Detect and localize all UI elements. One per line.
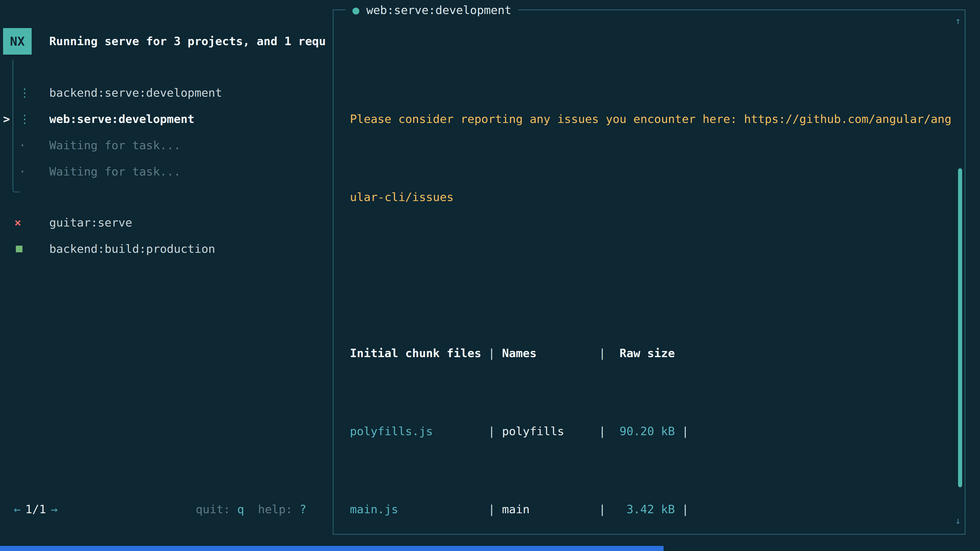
keyboard-hints: quit: qhelp: ?	[196, 496, 306, 522]
table-separator: |	[488, 424, 495, 438]
table-separator: |	[599, 424, 606, 438]
table-separator: |	[599, 346, 606, 360]
task-label: Waiting for task...	[49, 138, 181, 152]
table-header-row: Initial chunk files|Names|Raw size	[350, 340, 955, 366]
table-separator: |	[488, 503, 495, 516]
help-hint-label: help:	[258, 503, 300, 516]
table-row: main.js|main|3.42 kB|	[350, 496, 955, 522]
table-separator: |	[682, 503, 689, 516]
chunk-size: 90.20 kB	[612, 418, 675, 445]
pager-prev-icon[interactable]: ←	[14, 503, 21, 516]
stopped-task-list: ×guitar:serve backend:build:production	[0, 210, 333, 262]
task-row-web-serve[interactable]: >⋮web:serve:development	[0, 106, 333, 132]
panel-title: ●web:serve:development	[346, 0, 518, 23]
quit-hint-label: quit:	[196, 503, 237, 516]
task-row-waiting-1[interactable]: ·Waiting for task...	[0, 132, 333, 159]
task-label: backend:serve:development	[49, 86, 222, 100]
task-row-waiting-2[interactable]: ·Waiting for task...	[0, 159, 333, 185]
pager: ←1/1→	[14, 496, 57, 522]
task-sidebar: NX Running serve for 3 projects, and 1 r…	[0, 0, 333, 551]
scroll-up-icon[interactable]: ↑	[953, 16, 963, 26]
table-separator: |	[488, 346, 495, 360]
chunk-size: 3.42 kB	[612, 496, 675, 522]
bottom-taskbar-strip	[0, 546, 663, 551]
terminal-output: Please consider reporting any issues you…	[350, 54, 955, 551]
nx-logo: NX	[3, 28, 32, 55]
spinner-icon: ⋮	[19, 106, 30, 132]
task-row-guitar-serve[interactable]: ×guitar:serve	[0, 210, 333, 236]
task-row-backend-serve[interactable]: ⋮backend:serve:development	[0, 79, 333, 106]
task-label: Waiting for task...	[49, 165, 181, 178]
success-square-icon	[16, 246, 22, 252]
pager-next-icon[interactable]: →	[51, 503, 57, 516]
spinner-icon: ⋮	[19, 79, 30, 106]
col-header-size: Raw size	[612, 340, 675, 366]
scroll-down-icon[interactable]: ↓	[953, 516, 963, 526]
running-task-list: ⋮backend:serve:development >⋮web:serve:d…	[0, 79, 333, 185]
scrollbar-thumb[interactable]	[958, 168, 962, 487]
panel-title-text: web:serve:development	[366, 3, 511, 17]
pager-page-indicator: 1/1	[25, 503, 46, 516]
chunk-name: main	[502, 496, 599, 522]
table-separator: |	[682, 424, 689, 438]
col-header-names: Names	[502, 340, 599, 366]
help-hint-key: ?	[299, 503, 306, 516]
chunk-name: polyfills	[502, 418, 599, 445]
warning-line: ular-cli/issues	[350, 184, 955, 210]
running-status-dot-icon: ●	[352, 3, 360, 17]
task-label: guitar:serve	[49, 216, 132, 229]
selection-caret-icon: >	[3, 106, 10, 132]
warning-line: Please consider reporting any issues you…	[350, 106, 955, 132]
pending-dot-icon: ·	[19, 132, 26, 159]
table-separator: |	[599, 503, 606, 516]
task-label: backend:build:production	[49, 242, 215, 256]
failed-cross-icon: ×	[14, 210, 21, 236]
task-label: web:serve:development	[49, 112, 194, 126]
table-row: polyfills.js|polyfills|90.20 kB|	[350, 418, 955, 445]
task-row-backend-build[interactable]: backend:build:production	[0, 236, 333, 262]
pending-dot-icon: ·	[19, 159, 26, 185]
task-output-panel: ●web:serve:development Please consider r…	[333, 10, 966, 535]
quit-hint-key: q	[237, 503, 244, 516]
col-header-files: Initial chunk files	[350, 340, 488, 366]
chunk-file-name: polyfills.js	[350, 418, 488, 445]
chunk-file-name: main.js	[350, 496, 488, 522]
sidebar-title: Running serve for 3 projects, and 1 requ	[49, 28, 332, 55]
